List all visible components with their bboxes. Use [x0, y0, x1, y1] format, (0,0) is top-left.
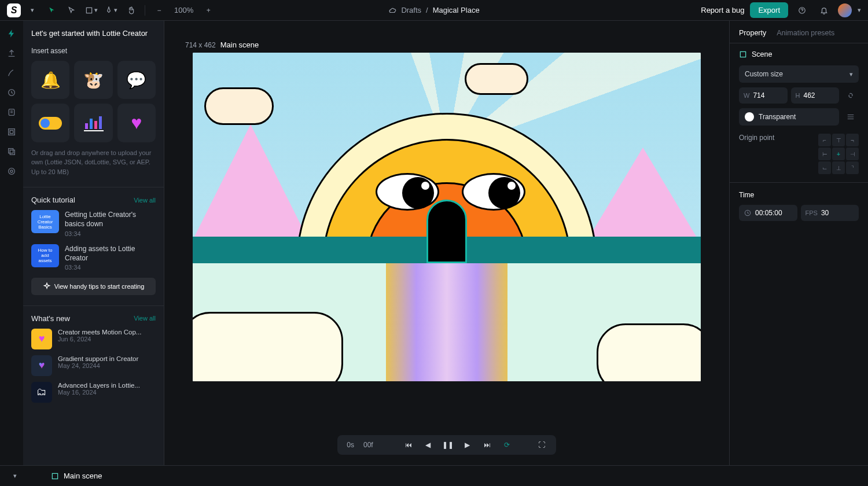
breadcrumb: Drafts / Magical Place [388, 6, 479, 14]
hand-tool[interactable] [123, 2, 139, 19]
tips-button[interactable]: View handy tips to start creating [31, 278, 156, 295]
strip-settings-icon[interactable] [6, 165, 17, 177]
select-tool[interactable] [64, 2, 80, 19]
strip-upload-icon[interactable] [6, 47, 17, 59]
app-logo[interactable]: S [7, 3, 21, 17]
strip-layers-icon[interactable] [6, 146, 17, 157]
fps-field[interactable]: FPS 30 [801, 205, 859, 221]
user-menu-chevron[interactable]: ▾ [858, 6, 861, 14]
canvas-dimensions: 714 x 462 [185, 41, 216, 49]
tab-animation-presets[interactable]: Animation presets [777, 29, 834, 37]
origin-tl[interactable]: ⌐ [818, 134, 831, 146]
playback-bar: 0s 00f ⏮ ◀ ❚❚ ▶ ⏭ ⟳ ⛶ [337, 435, 556, 455]
help-icon[interactable] [794, 2, 810, 19]
cloud-icon [388, 6, 396, 14]
origin-tc[interactable]: ⊤ [832, 134, 845, 146]
export-button[interactable]: Export [750, 2, 788, 18]
quick-tutorial-label: Quick tutorial [31, 196, 75, 204]
tutorial-item[interactable]: LottieCreatorBasics Getting Lottie Creat… [31, 210, 156, 237]
report-bug-link[interactable]: Report a bug [701, 6, 744, 14]
svg-rect-0 [86, 8, 91, 13]
news-item[interactable]: ♥ Gradient support in CreatorMay 24, 202… [31, 355, 156, 376]
play-time: 0s [347, 441, 354, 449]
strip-note-icon[interactable] [6, 106, 17, 118]
link-dimensions-icon[interactable] [843, 87, 859, 104]
news-thumb-icon: ♥ [31, 329, 52, 349]
news-item[interactable]: 🗂 Advanced Layers in Lottie...May 16, 20… [31, 382, 156, 403]
origin-bc[interactable]: ⊥ [832, 161, 845, 174]
step-fwd-icon[interactable]: ▶ [462, 440, 473, 450]
panel-title: Let's get started with Lottie Creator [31, 29, 156, 38]
asset-chart[interactable] [74, 104, 112, 142]
chevron-down-icon: ▾ [849, 71, 853, 78]
svg-rect-17 [52, 473, 57, 478]
origin-center[interactable]: + [832, 148, 845, 160]
news-item[interactable]: ♥ Creator meets Motion Cop...Jun 6, 2024 [31, 329, 156, 349]
zoom-in[interactable]: + [200, 2, 216, 19]
asset-heart[interactable]: ♥ [117, 104, 156, 142]
breadcrumb-current[interactable]: Magical Place [433, 6, 480, 14]
origin-label: Origin point [739, 134, 774, 142]
user-avatar[interactable] [838, 3, 852, 17]
step-back-icon[interactable]: ◀ [423, 440, 433, 450]
height-field[interactable]: H 462 [791, 87, 840, 104]
shape-tool[interactable]: ▾ [83, 2, 100, 19]
sparkle-icon [43, 282, 51, 290]
zoom-out[interactable]: − [151, 2, 167, 19]
svg-rect-11 [90, 119, 93, 129]
svg-point-8 [10, 170, 13, 172]
skip-start-icon[interactable]: ⏮ [403, 440, 414, 450]
origin-br[interactable]: ⌝ [846, 161, 859, 174]
size-preset-select[interactable]: Custom size ▾ [739, 65, 859, 83]
tutorial-view-all[interactable]: View all [134, 197, 156, 204]
move-tool[interactable] [44, 2, 60, 19]
notifications-icon[interactable] [816, 2, 832, 19]
width-field[interactable]: W 714 [739, 87, 788, 104]
tutorial-thumb-icon: LottieCreatorBasics [31, 210, 59, 233]
duration-field[interactable]: 00:05:00 [739, 205, 797, 221]
pause-icon[interactable]: ❚❚ [443, 440, 453, 450]
origin-picker[interactable]: ⌐⊤¬ ⊢+⊣ ⌙⊥⌝ [818, 134, 859, 174]
asset-chat[interactable]: 💬 [117, 61, 156, 99]
tutorial-item[interactable]: How toaddassets Adding assets to Lottie … [31, 244, 156, 271]
strip-pen-icon[interactable] [6, 67, 17, 79]
bg-options-icon[interactable] [843, 109, 859, 125]
fullscreen-icon[interactable]: ⛶ [536, 440, 547, 450]
background-color[interactable]: Transparent [739, 108, 839, 126]
svg-rect-4 [9, 129, 15, 135]
origin-ml[interactable]: ⊢ [818, 148, 831, 160]
strip-bolt-icon[interactable] [6, 28, 17, 39]
svg-rect-12 [94, 121, 97, 129]
main-canvas[interactable] [193, 53, 701, 381]
loop-icon[interactable]: ⟳ [502, 440, 512, 450]
svg-rect-5 [10, 130, 13, 133]
news-thumb-icon: ♥ [31, 355, 52, 376]
news-view-all[interactable]: View all [134, 315, 156, 322]
svg-rect-6 [9, 149, 13, 153]
origin-bl[interactable]: ⌙ [818, 161, 831, 174]
whats-new-label: What's new [31, 314, 70, 323]
asset-bell[interactable]: 🔔 [31, 61, 69, 99]
pen-tool[interactable]: ▾ [103, 2, 119, 19]
skip-end-icon[interactable]: ⏭ [482, 440, 492, 450]
breadcrumb-parent[interactable]: Drafts [401, 6, 421, 14]
scene-icon [739, 50, 747, 58]
asset-cow[interactable]: 🐮 [74, 61, 112, 99]
news-thumb-icon: 🗂 [31, 382, 52, 403]
asset-toggle[interactable] [31, 104, 69, 142]
logo-menu-chevron[interactable]: ▾ [24, 2, 41, 19]
svg-rect-15 [740, 51, 745, 57]
origin-tr[interactable]: ¬ [846, 134, 859, 146]
tutorial-thumb-icon: How toaddassets [31, 244, 59, 267]
strip-time-icon[interactable] [6, 87, 17, 98]
scene-icon [51, 472, 59, 480]
timeline-toggle-icon[interactable]: ▾ [7, 468, 23, 484]
svg-rect-13 [99, 116, 102, 129]
svg-rect-10 [85, 123, 88, 129]
strip-frame-icon[interactable] [6, 126, 17, 138]
tab-property[interactable]: Property [739, 29, 766, 37]
upload-hint: Or drag and drop anywhere to upload your… [31, 148, 156, 177]
bottom-scene-tab[interactable]: Main scene [51, 472, 102, 480]
origin-mr[interactable]: ⊣ [846, 148, 859, 160]
clock-icon [744, 209, 752, 217]
